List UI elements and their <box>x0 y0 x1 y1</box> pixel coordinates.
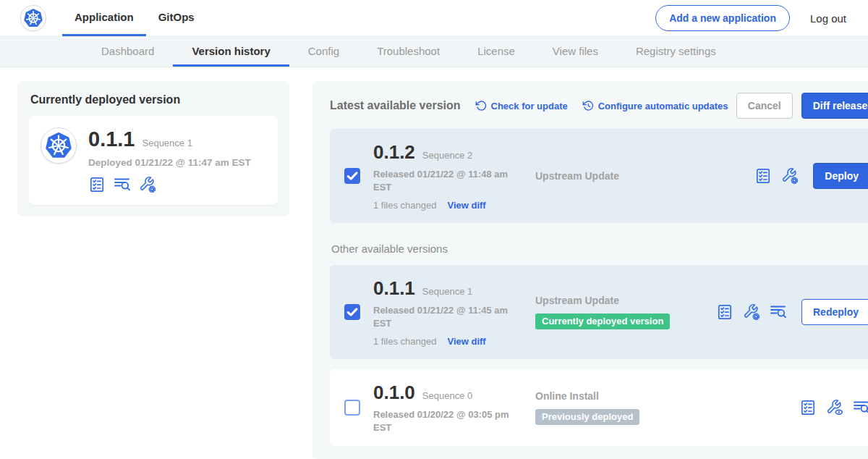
top-nav-tabs: ApplicationGitOps <box>62 0 207 36</box>
kubernetes-logo <box>41 127 77 164</box>
subnav-tab-troubleshoot[interactable]: Troubleshoot <box>358 37 459 67</box>
version-sequence: Sequence 2 <box>422 150 472 161</box>
version-number: 0.1.0 <box>373 382 415 404</box>
version-number: 0.1.1 <box>373 277 415 300</box>
deployed-version-sequence: Sequence 1 <box>142 138 192 148</box>
version-select-checkbox[interactable] <box>344 400 360 416</box>
edit-config-icon[interactable] <box>139 176 156 193</box>
auto-update-icon <box>582 100 594 111</box>
cancel-button[interactable]: Cancel <box>736 93 793 119</box>
version-sequence: Sequence 0 <box>422 390 472 401</box>
top-nav-right: Add a new application Log out <box>655 0 846 36</box>
subnav-tab-dashboard[interactable]: Dashboard <box>82 37 173 67</box>
latest-version-rows: 0.1.2 Sequence 2 Released 01/21/22 @ 11:… <box>330 129 868 223</box>
refresh-icon <box>475 100 487 111</box>
add-application-button[interactable]: Add a new application <box>655 5 790 31</box>
latest-version-header: Latest available version Check for updat… <box>330 93 868 119</box>
diff-releases-button[interactable]: Diff releases <box>801 93 868 119</box>
configure-automatic-updates-link[interactable]: Configure automatic updates <box>582 100 728 111</box>
version-row-0.1.1: 0.1.1 Sequence 1 Released 01/21/22 @ 11:… <box>330 265 868 359</box>
deployed-version-number: 0.1.1 <box>88 127 135 151</box>
files-changed-count: 1 files changed <box>373 200 436 211</box>
version-row-0.1.0: 0.1.0 Sequence 0 Released 01/20/22 @ 03:… <box>330 369 868 446</box>
view-files-icon[interactable] <box>853 399 868 416</box>
subnav-tab-registry-settings[interactable]: Registry settings <box>617 37 735 67</box>
preflight-checks-icon[interactable] <box>88 176 106 193</box>
version-select-checkbox[interactable] <box>344 168 360 184</box>
version-source: Online Install <box>535 390 716 402</box>
redeploy-button[interactable]: Redeploy <box>801 299 868 325</box>
app-sub-nav: DashboardVersion historyConfigTroublesho… <box>0 36 868 67</box>
files-changed-count: 1 files changed <box>373 336 436 347</box>
other-version-rows: 0.1.1 Sequence 1 Released 01/21/22 @ 11:… <box>330 265 868 446</box>
view-diff-link[interactable]: View diff <box>447 336 485 347</box>
subnav-tab-view-files[interactable]: View files <box>534 37 617 67</box>
kubernetes-logo <box>20 5 46 31</box>
deployed-version-info: 0.1.1 Sequence 1 Deployed 01/21/22 @ 11:… <box>88 127 251 193</box>
deploy-button[interactable]: Deploy <box>813 163 868 189</box>
version-released-date: Released 01/21/22 @ 11:45 am EST <box>373 304 515 329</box>
currently-deployed-panel: Currently deployed version 0.1.1 Sequenc… <box>17 81 289 216</box>
edit-config-icon[interactable] <box>781 167 799 185</box>
version-row-0.1.2: 0.1.2 Sequence 2 Released 01/21/22 @ 11:… <box>330 129 868 223</box>
deployed-version-card: 0.1.1 Sequence 1 Deployed 01/21/22 @ 11:… <box>29 116 278 205</box>
view-files-icon[interactable] <box>114 176 131 193</box>
check-for-update-link[interactable]: Check for update <box>475 100 568 111</box>
version-history-panel: Latest available version Check for updat… <box>312 81 868 459</box>
view-config-icon[interactable] <box>826 399 843 416</box>
logout-link[interactable]: Log out <box>810 12 846 25</box>
subnav-tab-license[interactable]: License <box>459 37 534 67</box>
deployed-timestamp: Deployed 01/21/22 @ 11:47 am EST <box>88 157 251 168</box>
version-status-badge: Currently deployed version <box>535 313 670 329</box>
view-files-icon[interactable] <box>770 303 787 321</box>
latest-version-title: Latest available version <box>330 99 461 112</box>
top-tab-gitops[interactable]: GitOps <box>146 0 207 36</box>
preflight-checks-icon[interactable] <box>799 399 817 416</box>
version-sequence: Sequence 1 <box>422 286 472 297</box>
view-diff-link[interactable]: View diff <box>447 200 485 211</box>
check-for-update-label: Check for update <box>491 101 568 111</box>
version-number: 0.1.2 <box>373 141 415 164</box>
version-source: Upstream Update <box>535 295 716 306</box>
edit-config-icon[interactable] <box>743 303 760 321</box>
version-select-checkbox[interactable] <box>344 304 360 320</box>
preflight-checks-icon[interactable] <box>716 303 733 321</box>
subnav-tab-version-history[interactable]: Version history <box>173 37 289 67</box>
deployed-panel-title: Currently deployed version <box>30 93 278 106</box>
preflight-checks-icon[interactable] <box>754 167 772 185</box>
version-source: Upstream Update <box>535 170 716 182</box>
top-nav: ApplicationGitOps Add a new application … <box>0 0 868 36</box>
other-versions-title: Other available versions <box>331 243 868 255</box>
version-status-badge: Previously deployed <box>535 409 639 425</box>
configure-updates-label: Configure automatic updates <box>598 101 728 111</box>
version-released-date: Released 01/20/22 @ 03:05 pm EST <box>373 408 515 434</box>
top-tab-application[interactable]: Application <box>62 0 146 36</box>
version-released-date: Released 01/21/22 @ 11:48 am EST <box>373 168 515 193</box>
deployed-version-actions <box>88 176 251 193</box>
main-content: Currently deployed version 0.1.1 Sequenc… <box>0 67 868 459</box>
subnav-tab-config[interactable]: Config <box>289 37 358 67</box>
